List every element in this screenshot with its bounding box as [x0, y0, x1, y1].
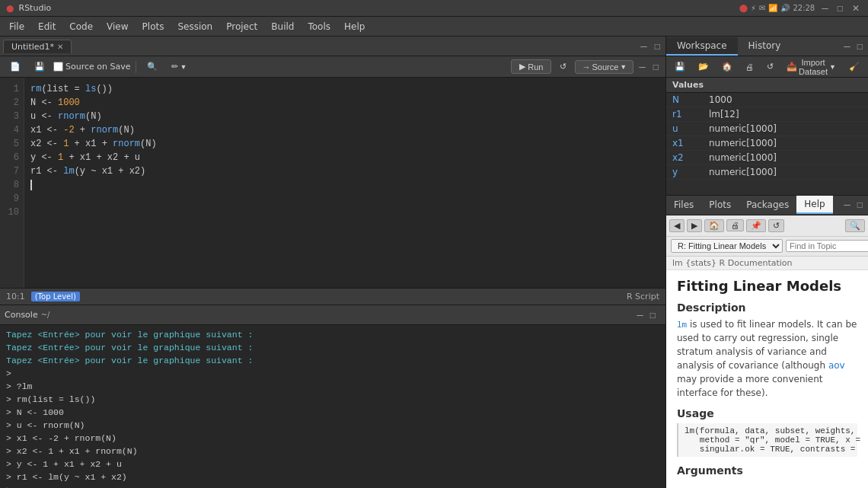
ws-var-name-N: N: [672, 94, 703, 105]
help-tabbar: Files Plots Packages Help ─ □: [666, 196, 868, 215]
system-tray: ⬤ ⚡ ✉ 📶 🔊 22:28: [739, 4, 815, 12]
console-tab-path: ~/: [41, 311, 50, 319]
source-on-save-label[interactable]: Source on Save: [53, 62, 130, 72]
workspace-values-list: N 1000 r1 lm[12] u numeric[1000] x1 nume…: [666, 93, 868, 195]
print-icon: 🖨: [745, 62, 754, 72]
workspace-maximize-btn[interactable]: □: [855, 41, 865, 52]
ws-var-value-N: 1000: [709, 94, 732, 105]
ws-row-u[interactable]: u numeric[1000]: [666, 122, 868, 136]
menu-view[interactable]: View: [101, 20, 134, 33]
console-line-6: > rm(list = ls()): [6, 393, 659, 406]
menu-edit[interactable]: Edit: [32, 20, 62, 33]
menu-code[interactable]: Code: [63, 20, 99, 33]
help-maximize-btn[interactable]: □: [855, 199, 865, 210]
tab-workspace[interactable]: Workspace: [666, 37, 738, 56]
help-refresh-btn[interactable]: ↺: [768, 219, 784, 232]
source-arrow-icon: →: [582, 62, 590, 72]
help-description-header: Description: [677, 301, 857, 314]
console-line-11: > y <- 1 + x1 + x2 + u: [6, 458, 659, 470]
ws-row-x2[interactable]: x2 numeric[1000]: [666, 151, 868, 165]
help-forward-btn[interactable]: ▶: [687, 219, 702, 232]
find-btn[interactable]: 🔍: [142, 60, 163, 73]
re-run-btn[interactable]: ↺: [554, 60, 572, 73]
help-arguments-header: Arguments: [677, 464, 857, 477]
ws-row-x1[interactable]: x1 numeric[1000]: [666, 136, 868, 151]
home-btn[interactable]: 🏠: [716, 60, 738, 73]
refresh-btn[interactable]: ↺: [761, 60, 779, 73]
clear-workspace-btn[interactable]: 🧹: [844, 60, 865, 73]
source-button[interactable]: → Source ▼: [575, 60, 633, 74]
save-btn[interactable]: 💾: [29, 60, 50, 73]
home-icon: 🏠: [722, 62, 732, 72]
ws-var-name-u: u: [672, 123, 703, 134]
cursor-position: 10:1: [6, 292, 25, 301]
help-search-btn[interactable]: 🔍: [845, 219, 865, 232]
console-maximize-btn[interactable]: □: [648, 310, 658, 321]
help-topic-select[interactable]: R: Fitting Linear Models: [671, 239, 783, 253]
help-breadcrumb: lm {stats} R Documentation: [666, 257, 868, 270]
workspace-toolbar: 💾 📂 🏠 🖨 ↺ 📥 Import Dataset ▼: [666, 56, 868, 78]
help-locate-btn[interactable]: 📌: [746, 219, 766, 232]
aov-link[interactable]: aov: [828, 360, 845, 371]
load-workspace-btn[interactable]: 📂: [693, 60, 714, 73]
help-home-btn[interactable]: 🏠: [704, 219, 724, 232]
workspace-values-header: Values: [666, 78, 868, 93]
editor-maximize-btn[interactable]: □: [653, 41, 662, 52]
import-dataset-btn[interactable]: 📥 Import Dataset ▼: [781, 56, 841, 78]
help-usage-header: Usage: [677, 407, 857, 419]
ws-row-N[interactable]: N 1000: [666, 93, 868, 107]
tab-packages[interactable]: Packages: [739, 196, 796, 213]
source-on-save-checkbox[interactable]: [53, 62, 63, 72]
tab-plots[interactable]: Plots: [701, 196, 739, 213]
editor-content[interactable]: 1 2 3 4 5 6 7 8 9 10 rm(list = ls()) N <…: [0, 78, 665, 288]
chevron-down-icon: ▼: [180, 63, 187, 71]
tab-history[interactable]: History: [738, 37, 792, 56]
menu-project[interactable]: Project: [220, 20, 263, 33]
workspace-minimize-btn[interactable]: ─: [841, 41, 853, 52]
help-content[interactable]: Fitting Linear Models Description lm is …: [666, 270, 868, 489]
save-workspace-btn[interactable]: 💾: [669, 60, 691, 73]
help-print-btn[interactable]: 🖨: [726, 219, 744, 231]
menu-plots[interactable]: Plots: [136, 20, 171, 33]
load-ws-icon: 📂: [698, 62, 709, 72]
editor-minimize-btn[interactable]: ─: [638, 41, 649, 52]
editor-tabbar: Untitled1* ✕ ─ □: [0, 37, 665, 56]
console-line-8: > u <- rnorm(N): [6, 419, 659, 432]
editor-pane-maximize[interactable]: □: [651, 62, 661, 72]
ws-var-value-x1: numeric[1000]: [709, 138, 777, 148]
tab-help[interactable]: Help: [796, 196, 832, 214]
console-minimize-btn[interactable]: ─: [634, 310, 646, 321]
help-find-input[interactable]: [786, 240, 868, 252]
ws-var-name-x2: x2: [672, 152, 703, 163]
console-output[interactable]: Tapez <Entrée> pour voir le graphique su…: [0, 325, 665, 488]
console-line-1: Tapez <Entrée> pour voir le graphique su…: [6, 328, 659, 341]
menu-tools[interactable]: Tools: [302, 20, 337, 33]
tab-files[interactable]: Files: [666, 196, 701, 213]
editor-tab-untitled1[interactable]: Untitled1* ✕: [3, 40, 72, 53]
code-line-4: u <- rnorm(N): [30, 110, 659, 123]
print-btn[interactable]: 🖨: [740, 61, 759, 73]
menu-help[interactable]: Help: [338, 20, 371, 33]
code-tools-btn[interactable]: ✏ ▼: [166, 60, 192, 73]
editor-pane-minimize[interactable]: ─: [637, 62, 648, 72]
menu-session[interactable]: Session: [171, 20, 219, 33]
context-badge: (Top Level): [31, 292, 80, 301]
run-button[interactable]: ▶ Run: [511, 59, 551, 74]
console-line-5: > ?lm: [6, 380, 659, 393]
menu-build[interactable]: Build: [265, 20, 300, 33]
minimize-button[interactable]: ─: [819, 3, 831, 14]
new-script-btn[interactable]: 📄: [5, 60, 26, 73]
close-button[interactable]: ✕: [850, 3, 862, 14]
code-line-8: r1 <- lm(y ~ x1 + x2): [30, 164, 659, 178]
ws-var-value-r1: lm[12]: [709, 109, 739, 120]
code-editor[interactable]: rm(list = ls()) N <- 1000 u <- rnorm(N) …: [24, 78, 665, 288]
menu-file[interactable]: File: [3, 20, 30, 33]
tab-close-icon[interactable]: ✕: [57, 43, 63, 51]
console-tab[interactable]: Console ~/: [5, 310, 49, 320]
lm-code-link[interactable]: lm: [677, 321, 687, 330]
help-back-btn[interactable]: ◀: [669, 219, 685, 232]
maximize-button[interactable]: □: [835, 3, 845, 14]
ws-row-r1[interactable]: r1 lm[12]: [666, 107, 868, 122]
help-minimize-btn[interactable]: ─: [841, 199, 853, 210]
ws-row-y[interactable]: y numeric[1000]: [666, 165, 868, 180]
